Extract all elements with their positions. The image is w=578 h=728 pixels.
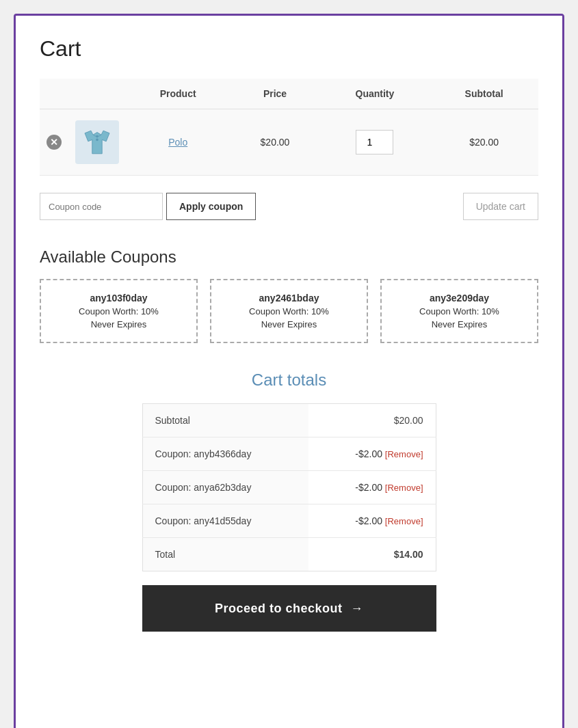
remove-cell: ✕	[40, 109, 68, 176]
coupon-3-remove-link[interactable]: [Remove]	[385, 516, 423, 526]
svg-marker-0	[85, 131, 109, 154]
page-title: Cart	[40, 36, 538, 62]
coupon-card-1[interactable]: any103f0day Coupon Worth: 10% Never Expi…	[40, 279, 198, 343]
coupon-card-3[interactable]: any3e209day Coupon Worth: 10% Never Expi…	[380, 279, 538, 343]
coupons-grid: any103f0day Coupon Worth: 10% Never Expi…	[40, 279, 538, 343]
coupon-2-label: Coupon: anya62b3day	[142, 471, 308, 504]
coupon-card-2-worth: Coupon Worth: 10%	[221, 306, 357, 316]
apply-coupon-button[interactable]: Apply coupon	[166, 193, 256, 220]
col-header-quantity: Quantity	[320, 79, 430, 109]
quantity-input[interactable]	[356, 130, 393, 154]
coupon-3-discount: -$2.00	[355, 515, 382, 526]
product-name-cell: Polo	[126, 109, 230, 176]
coupon-code-input[interactable]	[40, 193, 163, 220]
cart-totals-section: Cart totals Subtotal $20.00 Coupon: anyb…	[40, 370, 538, 632]
coupon-3-value: -$2.00 [Remove]	[308, 504, 436, 538]
product-qty-cell	[320, 109, 430, 176]
coupon-card-3-worth: Coupon Worth: 10%	[391, 306, 527, 316]
product-link[interactable]: Polo	[168, 137, 187, 148]
coupon-2-value: -$2.00 [Remove]	[308, 471, 436, 504]
product-price-cell: $20.00	[230, 109, 319, 176]
subtotal-row: Subtotal $20.00	[142, 404, 436, 437]
checkout-button[interactable]: Proceed to checkout →	[142, 585, 436, 632]
coupon-card-2[interactable]: any2461bday Coupon Worth: 10% Never Expi…	[210, 279, 368, 343]
cart-totals-table: Subtotal $20.00 Coupon: anyb4366day -$2.…	[142, 403, 436, 571]
coupon-row-3: Coupon: any41d55day -$2.00 [Remove]	[142, 504, 436, 538]
table-row: ✕ Polo	[40, 109, 538, 176]
remove-item-button[interactable]: ✕	[47, 135, 62, 150]
remove-icon: ✕	[47, 135, 62, 150]
col-header-product: Product	[126, 79, 230, 109]
coupon-3-label: Coupon: any41d55day	[142, 504, 308, 538]
coupon-row-1: Coupon: anyb4366day -$2.00 [Remove]	[142, 437, 436, 471]
col-header-image	[68, 79, 126, 109]
total-value: $14.00	[308, 538, 436, 571]
coupon-row: Apply coupon Update cart	[40, 189, 538, 224]
coupon-row-2: Coupon: anya62b3day -$2.00 [Remove]	[142, 471, 436, 504]
available-coupons-title: Available Coupons	[40, 247, 538, 267]
coupon-1-label: Coupon: anyb4366day	[142, 437, 308, 471]
col-header-price: Price	[230, 79, 319, 109]
coupon-left: Apply coupon	[40, 193, 256, 220]
coupon-card-1-name: any103f0day	[51, 293, 187, 304]
coupon-card-2-name: any2461bday	[221, 293, 357, 304]
cart-totals-title: Cart totals	[252, 370, 326, 390]
coupon-card-1-expires: Never Expires	[51, 319, 187, 329]
product-thumbnail	[75, 120, 119, 164]
coupon-1-remove-link[interactable]: [Remove]	[385, 449, 423, 459]
col-header-remove	[40, 79, 68, 109]
page-container: Cart Product Price Quantity Subtotal ✕	[14, 14, 564, 728]
checkout-arrow-icon: →	[351, 602, 364, 616]
coupon-2-discount: -$2.00	[355, 482, 382, 493]
subtotal-label: Subtotal	[142, 404, 308, 437]
svg-point-1	[96, 135, 98, 138]
coupon-1-discount: -$2.00	[355, 448, 382, 459]
coupon-1-value: -$2.00 [Remove]	[308, 437, 436, 471]
coupon-card-3-expires: Never Expires	[391, 319, 527, 329]
subtotal-value: $20.00	[308, 404, 436, 437]
coupon-card-3-name: any3e209day	[391, 293, 527, 304]
product-subtotal-cell: $20.00	[430, 109, 538, 176]
coupon-card-2-expires: Never Expires	[221, 319, 357, 329]
product-image-cell	[68, 109, 126, 176]
cart-table: Product Price Quantity Subtotal ✕	[40, 79, 538, 176]
update-cart-button[interactable]: Update cart	[463, 193, 538, 220]
col-header-subtotal: Subtotal	[430, 79, 538, 109]
polo-shirt-image	[81, 126, 114, 159]
svg-point-2	[96, 139, 98, 141]
checkout-label: Proceed to checkout	[215, 602, 343, 616]
coupon-2-remove-link[interactable]: [Remove]	[385, 483, 423, 493]
total-label: Total	[142, 538, 308, 571]
coupon-card-1-worth: Coupon Worth: 10%	[51, 306, 187, 316]
total-row: Total $14.00	[142, 538, 436, 571]
